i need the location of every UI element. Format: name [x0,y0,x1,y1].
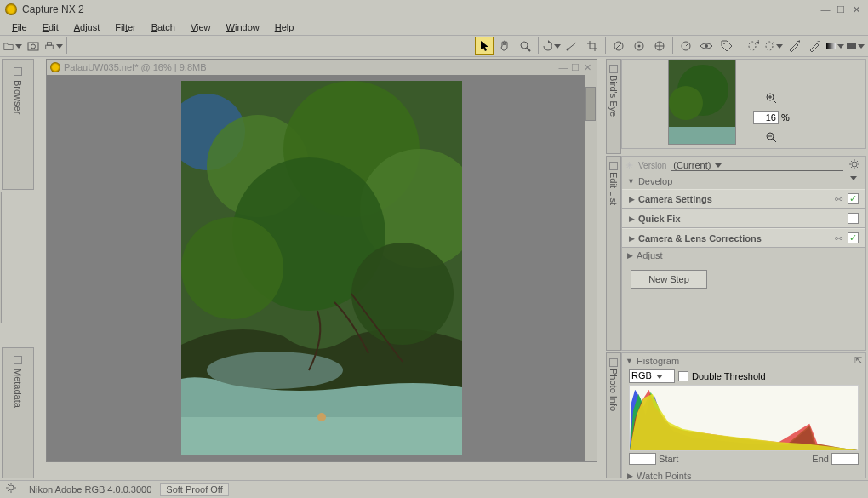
document-window: PalauUW035.nef* @ 16% | 9.8MB — ☐ ✕ [46,59,597,462]
histogram-section[interactable]: ▼Histogram⇱ [622,353,865,368]
svg-line-5 [527,48,530,51]
close-button[interactable]: ✕ [849,3,863,15]
svg-text:+: + [756,40,759,47]
white-point-tool-icon[interactable] [630,37,648,55]
histogram-detach-icon[interactable]: ⇱ [854,355,862,366]
edit-list-tab[interactable]: Edit List [606,156,621,351]
checkbox[interactable]: ✓ [848,193,859,204]
brush-plus-tool-icon[interactable]: + [785,37,803,55]
main-toolbar: + − + − [0,35,868,57]
browser-panel-tab[interactable]: Browser [2,59,34,190]
svg-point-27 [207,352,343,389]
redeye-tool-icon[interactable] [697,37,716,55]
metadata-panel-tab[interactable]: Metadata [2,347,34,478]
lasso-plus-tool-icon[interactable]: + [744,37,762,55]
neutral-point-tool-icon[interactable] [650,37,669,55]
color-picker-tool-icon[interactable] [677,37,695,55]
straighten-tool-icon[interactable] [562,37,581,55]
svg-line-6 [568,43,576,49]
doc-close-button[interactable]: ✕ [581,61,593,73]
link-icon: ⚯ [835,233,845,243]
svg-line-9 [615,43,622,49]
rotate-tool-icon[interactable] [542,37,561,55]
svg-point-18 [766,42,773,50]
link-icon: ⚯ [835,194,845,204]
photo-info-tab[interactable]: Photo Info [606,352,621,478]
menu-edit[interactable]: Edit [36,20,66,34]
histogram-start-input[interactable] [629,453,656,465]
menu-adjust[interactable]: Adjust [67,20,107,34]
svg-point-7 [567,49,569,51]
zoom-value-input[interactable] [753,111,779,124]
svg-line-41 [773,100,776,103]
photo-canvas[interactable] [181,81,462,455]
brush-minus-tool-icon[interactable]: − [805,37,824,55]
edit-list-settings-icon[interactable] [848,158,862,172]
version-label: Version [638,161,666,170]
soft-proof-status[interactable]: Soft Proof Off [160,483,228,496]
svg-point-35 [317,413,326,421]
svg-point-16 [749,42,756,50]
svg-point-14 [705,44,708,48]
svg-rect-3 [47,43,51,45]
svg-point-39 [669,86,703,120]
menu-view[interactable]: View [184,20,218,34]
doc-minimize-button[interactable]: — [557,61,569,73]
svg-text:−: − [773,40,774,47]
histogram-start-label: Start [659,454,678,464]
preferences-icon[interactable] [5,482,20,497]
svg-point-33 [181,217,283,319]
minimize-button[interactable]: — [819,3,832,15]
print-tool-icon[interactable] [44,37,63,55]
svg-point-48 [9,485,14,490]
checkbox[interactable] [848,213,859,224]
folders-panel-tab[interactable]: Folders [0,192,2,323]
birds-eye-tab[interactable]: Bird's Eye [606,59,621,154]
snapshot-tool-icon[interactable] [24,37,43,55]
zoom-in-icon[interactable] [763,90,779,106]
histogram-end-label: End [812,454,829,464]
version-select[interactable]: (Current) [671,160,843,171]
svg-point-1 [31,44,36,49]
new-step-button[interactable]: New Step [631,270,707,289]
version-burst-icon: ✳ [625,160,633,171]
lasso-minus-tool-icon[interactable]: − [764,37,783,55]
histogram-channel-select[interactable]: RGB [629,369,675,383]
black-point-tool-icon[interactable] [609,37,628,55]
app-title: Capture NX 2 [22,3,84,15]
dev-quick-fix[interactable]: ▶Quick Fix [622,209,865,228]
checkbox[interactable]: ✓ [848,232,859,243]
pointer-tool-icon[interactable] [475,37,494,55]
zoom-out-icon[interactable] [763,129,779,145]
svg-rect-26 [181,417,462,455]
doc-maximize-button[interactable]: ☐ [569,61,581,73]
develop-section[interactable]: ▼Develop [622,174,865,189]
gradient-tool-icon[interactable] [825,37,844,55]
menu-file[interactable]: File [5,20,34,34]
menu-batch[interactable]: Batch [145,20,182,34]
adjust-section[interactable]: ▶Adjust [622,248,865,263]
open-tool-icon[interactable] [3,37,22,55]
double-threshold-checkbox[interactable] [678,371,688,381]
maximize-button[interactable]: ☐ [834,3,848,15]
menu-help[interactable]: Help [268,20,301,34]
document-title: PalauUW035.nef* @ 16% | 9.8MB [64,62,207,72]
dev-camera-lens-corrections[interactable]: ▶Camera & Lens Corrections⚯✓ [622,228,865,248]
menu-filter[interactable]: Filter [108,20,142,34]
svg-point-11 [638,45,641,48]
vertical-scrollbar[interactable] [585,75,597,461]
svg-point-15 [723,43,725,44]
crop-tool-icon[interactable] [583,37,602,55]
zoom-tool-icon[interactable] [516,37,534,55]
menu-window[interactable]: Window [220,20,266,34]
birds-eye-thumbnail[interactable] [668,60,736,145]
tag-tool-icon[interactable] [717,37,736,55]
dev-camera-settings[interactable]: ▶Camera Settings⚯✓ [622,189,865,209]
watch-points-section[interactable]: ▶Watch Points [622,468,865,484]
hand-tool-icon[interactable] [495,37,514,55]
svg-rect-22 [826,43,836,49]
histogram-end-input[interactable] [831,453,859,465]
fill-tool-icon[interactable] [846,37,865,55]
double-threshold-label: Double Threshold [692,371,766,381]
menubar: File Edit Adjust Filter Batch View Windo… [0,19,868,35]
